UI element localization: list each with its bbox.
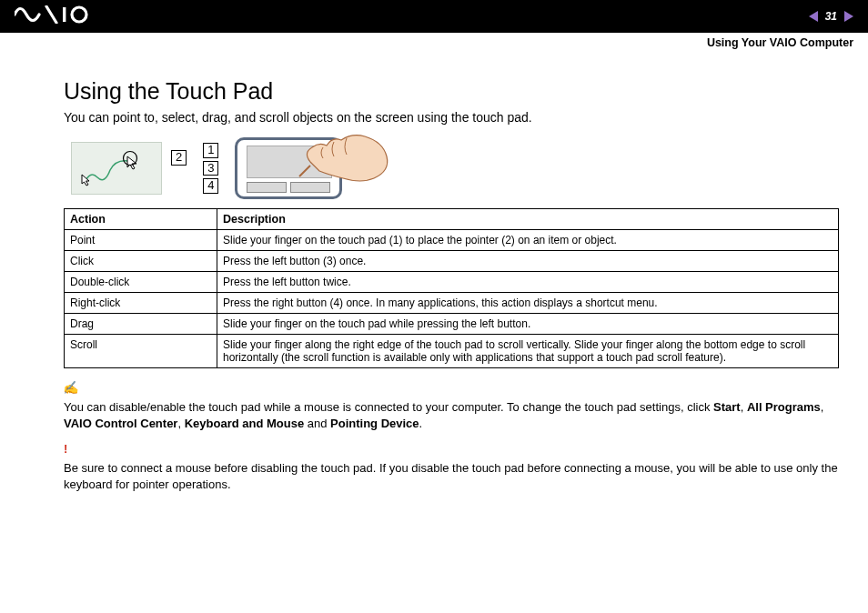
note-icon: ✍ xyxy=(63,380,80,395)
intro-text: You can point to, select, drag, and scro… xyxy=(64,110,839,125)
svg-point-3 xyxy=(124,152,137,166)
target-ring-icon xyxy=(122,150,138,166)
table-row: Right-clickPress the right button (4) on… xyxy=(65,293,839,314)
callout-3: 3 xyxy=(203,161,218,176)
col-action: Action xyxy=(65,209,217,230)
hand-icon xyxy=(292,126,392,189)
actions-table: Action Description PointSlide your finge… xyxy=(64,208,839,368)
warning-block: ! Be sure to connect a mouse before disa… xyxy=(64,440,839,492)
svg-line-0 xyxy=(46,6,56,23)
page-number: 31 xyxy=(825,10,837,23)
page-content: Using the Touch Pad You can point to, se… xyxy=(0,49,868,492)
warning-icon: ! xyxy=(64,442,67,456)
callout-2: 2 xyxy=(171,150,187,166)
header-bar: 31 xyxy=(0,0,868,33)
screen-illustration xyxy=(71,142,162,195)
table-row: ClickPress the left button (3) once. xyxy=(65,251,839,272)
table-row: DragSlide your finger on the touch pad w… xyxy=(65,314,839,335)
vaio-logo xyxy=(15,5,93,27)
col-desc: Description xyxy=(217,209,839,230)
callout-4: 4 xyxy=(203,178,218,194)
page-title: Using the Touch Pad xyxy=(64,78,839,105)
prev-page-arrow-icon[interactable] xyxy=(809,11,818,22)
callout-1: 1 xyxy=(203,143,218,158)
warning-text: Be sure to connect a mouse before disabl… xyxy=(64,460,839,492)
figure-row: 2 1 3 4 xyxy=(71,137,839,199)
note-block: ✍ You can disable/enable the touch pad w… xyxy=(64,379,839,431)
svg-rect-1 xyxy=(63,7,66,22)
table-row: PointSlide your finger on the touch pad … xyxy=(65,230,839,251)
pointer-icon xyxy=(81,174,92,186)
table-row: Double-clickPress the left button twice. xyxy=(65,272,839,293)
table-row: ScrollSlide your finger along the right … xyxy=(65,335,839,368)
svg-point-2 xyxy=(72,7,86,22)
next-page-arrow-icon[interactable] xyxy=(844,11,853,22)
chapter-title: Using Your VAIO Computer xyxy=(707,36,853,49)
header-right: 31 xyxy=(809,10,853,23)
touchpad-illustration xyxy=(235,137,342,199)
